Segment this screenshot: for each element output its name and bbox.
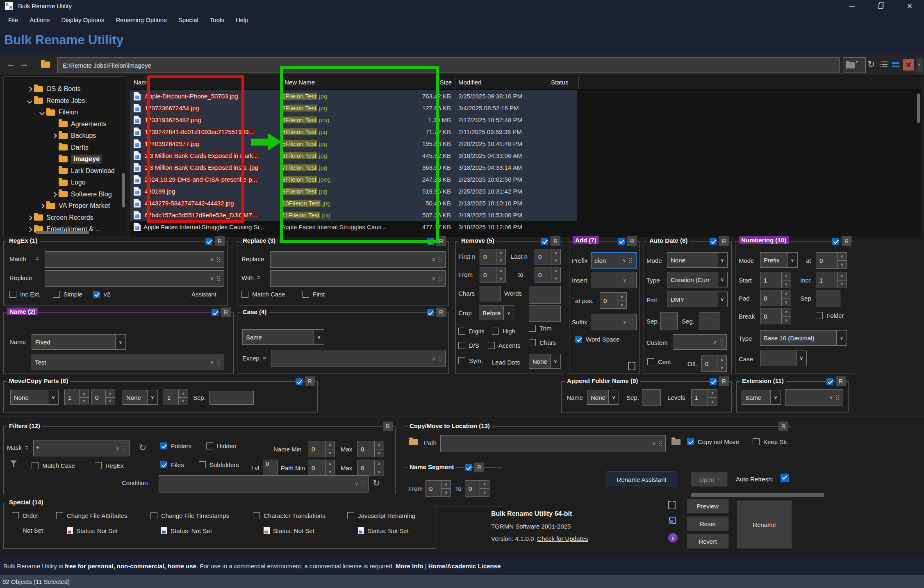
toolbar-dropdown-icon[interactable] — [917, 58, 923, 73]
nameseg-reset-button[interactable]: R — [474, 463, 484, 472]
column-modified[interactable]: Modified — [458, 79, 482, 86]
menu-special[interactable]: Special — [173, 12, 204, 28]
remove-firstn-spinner[interactable]: 0 — [480, 249, 506, 264]
reset-button[interactable]: Reset — [687, 516, 729, 531]
filters-regex-checkbox[interactable]: RegEx — [95, 462, 124, 469]
remove-crop-select[interactable]: Before — [479, 305, 514, 320]
numbering-break-spinner[interactable]: 0 — [760, 308, 791, 324]
checkbox[interactable] — [575, 336, 582, 343]
chevron-right-icon[interactable] — [50, 132, 59, 140]
chevron-right-icon[interactable] — [50, 190, 59, 198]
restore-button[interactable] — [871, 0, 890, 12]
appendfolder-enable-checkbox[interactable] — [710, 378, 717, 385]
tree-item-lark-download[interactable]: Lark Download — [50, 165, 115, 177]
filters-files-checkbox[interactable]: Files — [160, 461, 184, 468]
chevron-down-icon[interactable] — [836, 330, 847, 345]
expand-corners-icon[interactable] — [628, 362, 635, 369]
checkbox[interactable] — [95, 462, 102, 469]
file-row[interactable]: Apple-Discount-iPhone_50703.jpg1Fileion … — [130, 90, 921, 102]
special-change-file-attributes-checkbox[interactable]: Change File Attributes — [56, 512, 127, 519]
autodate-off-spinner[interactable]: 0 — [701, 356, 727, 372]
checkbox[interactable] — [492, 328, 499, 335]
spinner-arrows[interactable] — [781, 290, 791, 306]
chevron-down-icon[interactable] — [48, 390, 58, 404]
spinner-arrows[interactable] — [837, 272, 847, 288]
remove-accents-checkbox[interactable]: Accents — [488, 342, 520, 349]
nameseg-from-spinner[interactable]: 0 — [426, 480, 451, 497]
checkbox[interactable] — [347, 512, 354, 519]
file-row[interactable]: 1707236672454.jpg2Fileion Test.jpg127.66… — [130, 102, 921, 114]
folder-up-icon[interactable] — [41, 62, 50, 68]
checkbox[interactable] — [93, 291, 100, 298]
minimize-button[interactable] — [842, 0, 861, 12]
add-atpos-spinner[interactable]: 0 — [600, 292, 627, 309]
case-mode-select[interactable]: Same — [242, 329, 324, 345]
spinner-arrows[interactable] — [496, 249, 505, 264]
case-excep-combo[interactable] — [271, 351, 446, 367]
filters-folders-checkbox[interactable]: Folders — [160, 442, 191, 449]
open-button[interactable]: Open — [691, 472, 728, 487]
spinner-arrows[interactable] — [781, 308, 791, 324]
path-input[interactable] — [57, 57, 840, 73]
checkbox[interactable] — [241, 291, 248, 298]
remove-lead-dots-select[interactable]: None — [529, 354, 561, 369]
chevron-down-icon[interactable] — [829, 394, 833, 400]
info-icon[interactable] — [668, 533, 678, 542]
numbering-sep-input[interactable] — [816, 290, 840, 307]
column-status[interactable]: Status — [551, 79, 569, 86]
spinner-arrows[interactable] — [374, 460, 384, 476]
name-mode-select[interactable]: Fixed — [32, 334, 126, 350]
chevron-down-icon[interactable] — [796, 351, 806, 366]
tree-item-softwere-blog[interactable]: Softwere Blog — [50, 189, 112, 200]
filters-mask-combo[interactable]: * — [33, 440, 130, 456]
tree-item-va-proper-market[interactable]: VA Proper Market — [38, 200, 110, 212]
spinner-arrows[interactable] — [708, 390, 717, 405]
chevron-down-icon[interactable] — [116, 445, 119, 451]
checkbox[interactable] — [9, 291, 16, 298]
paste-folder-icon[interactable] — [409, 439, 418, 445]
filters-subfolders-checkbox[interactable]: Subfolders — [199, 461, 239, 468]
list-vertical-scrollbar[interactable] — [917, 93, 920, 123]
filters-match-case-checkbox[interactable]: Match Case — [32, 462, 75, 469]
file-row[interactable]: 2.3 Million Bank Cards Exposed in Dark..… — [130, 150, 921, 162]
autodate-type-select[interactable]: Creation (Curr — [667, 272, 728, 287]
file-row[interactable]: 67b4c157ac5d5512d9e8e53e_DJIOM7...11File… — [130, 209, 921, 221]
special-character-translations-checkbox[interactable]: Character Translations — [253, 512, 325, 519]
appendfolder-levels-spinner[interactable]: 1 — [691, 389, 717, 406]
file-row[interactable]: 2024.10.29-DHS-and-CISA-prescribe-p...8F… — [130, 173, 921, 185]
repl ace-combo[interactable] — [270, 251, 446, 268]
chevron-down-icon[interactable] — [432, 257, 435, 262]
checkbox[interactable] — [753, 438, 760, 445]
remove-lastn-spinner[interactable]: 0 — [535, 249, 561, 264]
spinner-arrows[interactable] — [551, 249, 560, 264]
remove-chars-input[interactable] — [480, 286, 501, 301]
chevron-right-icon[interactable] — [26, 214, 34, 222]
remove-to-spinner[interactable]: 0 — [535, 267, 561, 283]
spinner-arrows[interactable] — [374, 441, 384, 457]
spinner-arrows[interactable] — [178, 390, 188, 405]
extension-mode-select[interactable]: Same — [742, 390, 781, 405]
movecopy-enable-checkbox[interactable] — [296, 378, 303, 385]
list-view-icon[interactable] — [880, 61, 888, 68]
more-info-link[interactable]: More Info — [396, 563, 423, 570]
remove-reset-button[interactable]: R — [551, 236, 560, 246]
filters-reset-button[interactable]: R — [383, 422, 393, 431]
spinner-arrows[interactable] — [441, 481, 451, 496]
special-javascript-renaming-checkbox[interactable]: Javascript Renaming — [347, 512, 415, 519]
autodate-sep-input[interactable] — [660, 312, 678, 330]
movecopy-part1-select[interactable]: None — [10, 390, 59, 405]
checkbox[interactable] — [32, 462, 39, 469]
copy-not-move-checkbox[interactable]: Copy not Move — [687, 438, 739, 445]
menu-tools[interactable]: Tools — [204, 12, 230, 28]
back-arrow-icon[interactable] — [7, 59, 16, 69]
remove-enable-checkbox[interactable] — [541, 238, 548, 245]
checkbox[interactable] — [458, 357, 465, 364]
autodate-seg-input[interactable] — [699, 312, 719, 330]
checkbox[interactable] — [160, 461, 167, 468]
spinner-arrows[interactable] — [617, 293, 626, 308]
spinner-arrows[interactable] — [837, 253, 847, 268]
add-reset-button[interactable]: R — [627, 236, 637, 246]
movecopy-sep-input[interactable] — [209, 391, 254, 405]
name-value-combo[interactable]: Test — [32, 354, 224, 370]
name-enable-checkbox[interactable] — [212, 309, 218, 316]
